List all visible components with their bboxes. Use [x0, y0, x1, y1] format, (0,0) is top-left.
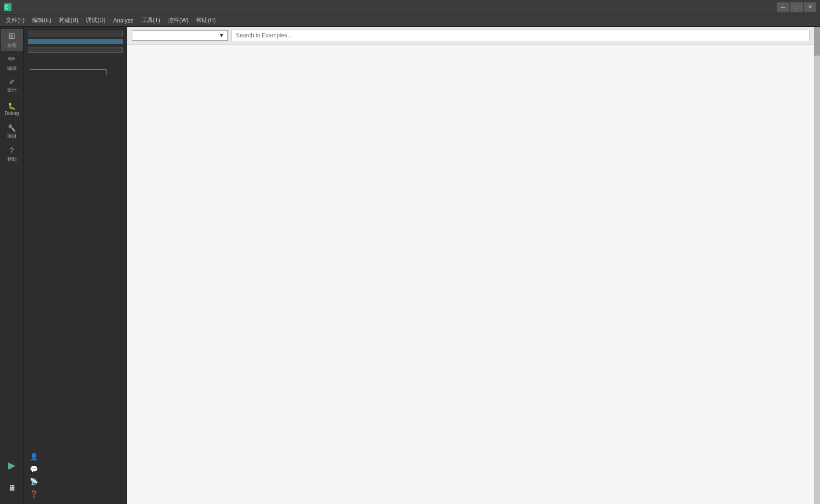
sidebar-item-projects[interactable]: 🔧 项目 [1, 121, 23, 143]
qt-account-link[interactable]: 👤 [28, 450, 123, 463]
blogs-icon: 📡 [30, 478, 38, 485]
user-guide-link[interactable]: ❓ [28, 488, 123, 500]
welcome-label: 欢程 [7, 42, 17, 49]
minimize-button[interactable]: ─ [777, 2, 789, 12]
scrollbar-thumb[interactable] [814, 27, 820, 56]
svg-text:Q: Q [5, 5, 9, 10]
maximize-button[interactable]: □ [790, 2, 803, 12]
sidebar-bottom: ▶ 🖥 [1, 454, 23, 504]
community-icon: 💬 [30, 465, 38, 473]
help-label: 帮助 [7, 156, 17, 163]
sidebar-item-design[interactable]: ✐ 设计 [1, 75, 23, 97]
debug-label: Debug [5, 111, 19, 116]
debug-icon: 🐛 [8, 102, 16, 110]
qt-version-select[interactable]: ▼ [132, 30, 228, 41]
blogs-link[interactable]: 📡 [28, 475, 123, 488]
edit-icon: ✏ [8, 54, 15, 64]
projects-button[interactable] [28, 31, 123, 36]
menu-edit[interactable]: 编辑(E) [28, 15, 55, 26]
app-icon: Q [4, 3, 12, 11]
menu-debug[interactable]: 调试(D) [82, 15, 109, 26]
examples-section[interactable] [28, 39, 123, 44]
icon-sidebar: ⊞ 欢程 ✏ 编辑 ✐ 设计 🐛 Debug 🔧 项目 ? 帮助 ▶ [0, 27, 24, 504]
menu-help[interactable]: 帮助(H) [192, 15, 220, 26]
design-icon: ✐ [9, 78, 15, 86]
tutorials-section[interactable] [28, 47, 123, 53]
help-icon: ? [10, 147, 14, 155]
menubar: 文件(F) 编辑(E) 构建(B) 调试(D) Analyze 工具(T) 控件… [0, 14, 820, 27]
content-area: ▼ [127, 27, 814, 504]
search-input[interactable] [232, 30, 809, 41]
window-controls: ─ □ ✕ [777, 2, 816, 12]
left-panel: 👤 💬 📡 ❓ [24, 27, 127, 504]
chevron-down-icon: ▼ [219, 32, 224, 39]
monitor-button[interactable]: 🖥 [1, 477, 23, 499]
qt-account-icon: 👤 [30, 453, 38, 460]
projects-icon: 🔧 [8, 124, 16, 132]
menu-build[interactable]: 构建(B) [55, 15, 82, 26]
sidebar-item-welcome[interactable]: ⊞ 欢程 [1, 29, 23, 51]
titlebar: Q ─ □ ✕ [0, 0, 820, 14]
run-button[interactable]: ▶ [1, 454, 23, 476]
main-layout: ⊞ 欢程 ✏ 编辑 ✐ 设计 🐛 Debug 🔧 项目 ? 帮助 ▶ [0, 27, 820, 504]
sidebar-item-edit[interactable]: ✏ 编辑 [1, 52, 23, 74]
monitor-icon: 🖥 [8, 484, 16, 493]
welcome-icon: ⊞ [8, 31, 15, 41]
menu-tools[interactable]: 工具(T) [138, 15, 164, 26]
run-icon: ▶ [8, 459, 15, 471]
sidebar-item-help[interactable]: ? 帮助 [1, 144, 23, 166]
menu-file[interactable]: 文件(F) [2, 15, 28, 26]
sidebar-item-debug[interactable]: 🐛 Debug [1, 98, 23, 120]
menu-controls[interactable]: 控件(W) [164, 15, 192, 26]
close-button[interactable]: ✕ [804, 2, 816, 12]
new-to-qt-section [28, 61, 123, 75]
edit-label: 编辑 [7, 65, 17, 72]
design-label: 设计 [7, 87, 17, 93]
user-guide-icon: ❓ [30, 490, 38, 498]
menu-analyze[interactable]: Analyze [109, 16, 138, 25]
community-link[interactable]: 💬 [28, 463, 123, 475]
content-topbar: ▼ [127, 27, 814, 45]
projects-label: 项目 [7, 133, 17, 139]
scrollbar-right[interactable] [814, 27, 820, 504]
get-started-button[interactable] [30, 69, 106, 75]
examples-grid [127, 45, 814, 504]
left-panel-bottom: 👤 💬 📡 ❓ [28, 450, 123, 500]
